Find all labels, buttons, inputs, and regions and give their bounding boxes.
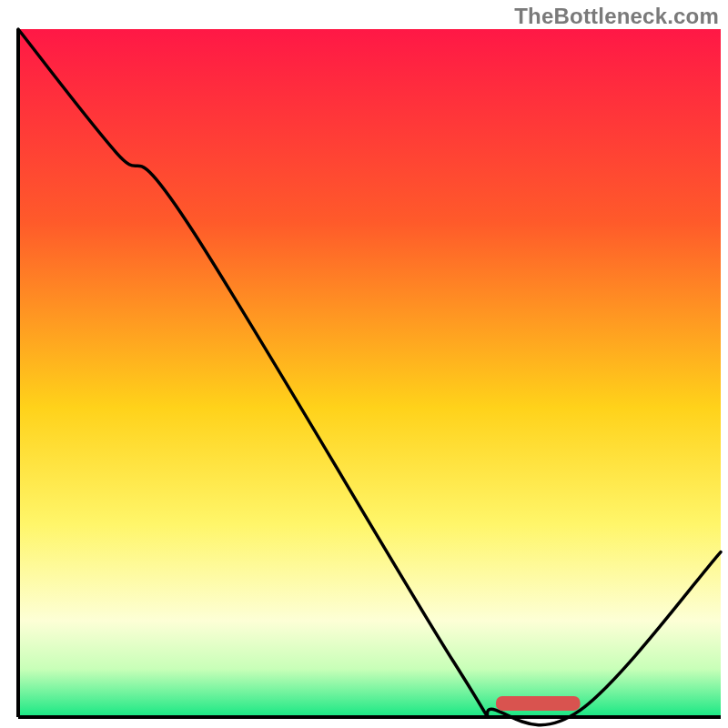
gradient-background bbox=[18, 29, 721, 717]
chart-stage: TheBottleneck.com bbox=[0, 0, 728, 728]
target-marker bbox=[496, 696, 581, 711]
bottleneck-chart bbox=[0, 0, 728, 728]
